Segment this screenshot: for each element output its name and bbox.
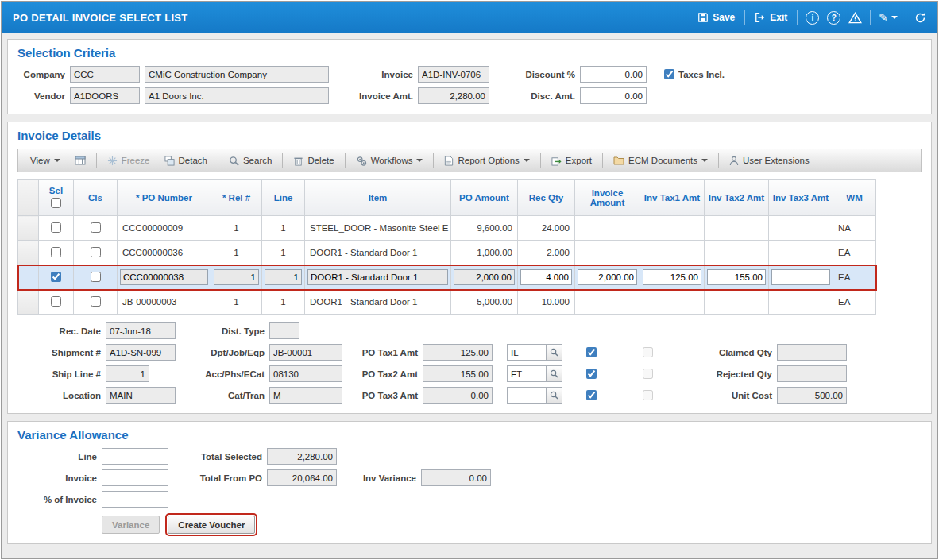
column-header-line[interactable]: Line [262,180,305,216]
column-header-inv-tax2[interactable]: Inv Tax2 Amt [705,180,769,216]
disc-amt-field[interactable] [580,87,647,104]
po-amount-input[interactable] [454,269,515,285]
column-header-item[interactable]: Item [305,180,451,216]
cat-tran-field[interactable] [269,387,342,404]
po-tax3-field[interactable] [423,387,493,404]
rec-qty-input[interactable] [520,269,572,285]
tax2-lov-button[interactable] [547,365,562,382]
claimed-qty-field[interactable] [777,344,847,361]
exit-button[interactable]: Exit [753,9,789,26]
view-menu-button[interactable]: View [25,153,66,168]
row-select-checkbox[interactable] [51,296,61,307]
column-header-inv-tax1[interactable]: Inv Tax1 Amt [640,180,705,216]
acc-phs-ecat-field[interactable] [269,365,342,382]
table-row-selected[interactable]: EA [18,265,876,290]
row-cls-checkbox[interactable] [91,247,101,257]
row-select-checkbox[interactable] [51,272,61,282]
company-code-field[interactable] [70,66,140,83]
delete-button[interactable]: Delete [288,153,339,168]
info-icon[interactable]: i [806,11,819,25]
row-header-cell[interactable] [18,265,39,290]
discount-field[interactable] [580,66,647,83]
inv-variance-field[interactable] [421,469,491,486]
row-cls-checkbox[interactable] [91,222,101,233]
help-icon[interactable]: ? [827,11,840,25]
shipment-field[interactable] [106,344,176,361]
table-row[interactable]: CCC00000009 1 1 STEEL_DOOR - Masonite St… [18,216,876,241]
company-name-field[interactable] [145,66,329,83]
refresh-button[interactable] [914,12,926,24]
rejected-qty-field[interactable] [777,365,847,382]
export-button[interactable]: Export [546,153,597,168]
ship-line-field[interactable] [106,365,149,382]
vendor-name-field[interactable] [145,87,329,104]
tax2-code-field[interactable] [507,365,547,382]
invoice-amt-field[interactable] [418,87,489,104]
tax1-lov-button[interactable] [547,344,562,361]
row-cls-checkbox[interactable] [91,296,101,307]
detach-button[interactable]: Detach [159,153,213,168]
invoice-amount-input[interactable] [578,269,637,285]
line-input[interactable] [265,269,302,285]
table-row[interactable]: CCC00000036 1 1 DOOR1 - Standard Door 1 … [18,241,876,265]
row-header-cell[interactable] [18,216,39,241]
row-cls-checkbox[interactable] [91,272,101,282]
taxes-incl-checkbox[interactable] [664,69,674,79]
tax1-code-field[interactable] [507,344,547,361]
row-header-cell[interactable] [18,290,39,315]
tax1-apply-checkbox[interactable] [586,347,597,357]
column-header-inv-tax3[interactable]: Inv Tax3 Amt [769,180,833,216]
location-field[interactable] [106,387,176,404]
inv-tax2-input[interactable] [707,269,766,285]
vendor-code-field[interactable] [70,87,140,104]
freeze-button[interactable]: Freeze [102,153,156,168]
create-voucher-button[interactable]: Create Voucher [168,516,255,534]
unit-cost-field[interactable] [777,387,847,404]
column-header-cls[interactable]: Cls [74,180,118,216]
dpt-job-eqp-field[interactable] [269,344,342,361]
pct-of-invoice-field[interactable] [102,491,168,508]
column-header-sel[interactable]: Sel [39,180,74,216]
report-options-menu-button[interactable]: Report Options [439,153,535,168]
column-header-invoice-amount[interactable]: Invoice Amount [575,180,640,216]
tax2-apply-checkbox[interactable] [586,369,597,379]
grid-filter-button[interactable] [69,153,91,168]
column-header-rel[interactable]: * Rel # [211,180,262,216]
item-input[interactable] [307,269,448,285]
rel-input[interactable] [214,269,259,285]
po-tax1-field[interactable] [423,344,493,361]
workflows-menu-button[interactable]: Workflows [350,153,429,168]
column-header-wm[interactable]: WM [833,180,876,216]
tax3-apply-checkbox[interactable] [586,390,597,400]
search-button[interactable]: Search [223,153,277,168]
row-select-checkbox[interactable] [51,222,61,233]
total-selected-field[interactable] [267,448,337,465]
row-header-cell[interactable] [18,241,39,265]
inv-tax1-cell [640,216,705,241]
row-select-checkbox[interactable] [51,247,61,257]
ecm-documents-menu-button[interactable]: ECM Documents [608,153,713,168]
variance-line-field[interactable] [102,448,168,465]
total-from-po-field[interactable] [267,469,337,486]
column-header-rec-qty[interactable]: Rec Qty [518,180,575,216]
warning-icon[interactable] [848,12,862,24]
inv-tax1-input[interactable] [643,269,701,285]
save-button[interactable]: Save [696,9,736,26]
tax3-lov-button[interactable] [547,387,562,404]
column-header-po-amount[interactable]: PO Amount [451,180,518,216]
invoice-field[interactable] [418,66,489,83]
table-row[interactable]: JB-00000003 1 1 DOOR1 - Standard Door 1 … [18,290,876,315]
variance-invoice-field[interactable] [102,469,168,486]
select-all-checkbox[interactable] [51,198,61,208]
po-tax2-field[interactable] [423,365,493,382]
user-extensions-button[interactable]: User Extensions [724,153,815,168]
titlebar-actions: Save Exit i ? ✎ [696,9,926,26]
rec-date-field[interactable] [106,322,176,339]
variance-button[interactable]: Variance [102,516,160,534]
inv-tax3-input[interactable] [771,269,830,285]
po-number-input[interactable] [120,269,208,285]
dist-type-field[interactable] [269,322,299,339]
column-header-po-number[interactable]: * PO Number [118,180,211,216]
edit-mode-button[interactable]: ✎ [879,11,898,24]
tax3-code-field[interactable] [507,387,547,404]
